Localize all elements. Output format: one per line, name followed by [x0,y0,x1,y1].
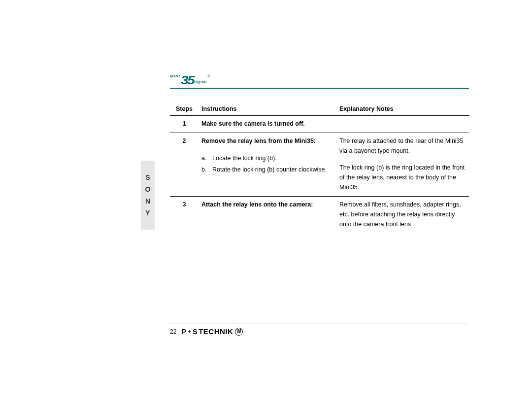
page-content: MINI 35 Digital ® Steps Instructions Exp… [170,74,469,233]
page-footer: 22 P+S TECHNIK W [170,323,469,336]
sidebar-letter: O [145,183,151,195]
sidebar-letter: N [145,195,150,207]
step-instruction: Remove the relay lens from the Mini35: a… [199,133,336,197]
sub-step-a: a. Locate the lock ring (b). [201,153,333,164]
step-notes [336,116,469,133]
sidebar-tab-sony: S O N Y [141,161,155,230]
sidebar-letter: Y [145,207,150,219]
logo-digital: Digital [195,80,207,84]
col-header-steps: Steps [170,103,199,116]
logo-mini: MINI [170,74,180,78]
table-row: 3 Attach the relay lens onto the camera:… [170,197,469,234]
sidebar-letter: S [145,171,150,183]
step-notes: Remove all filters, sunshades, adapter r… [336,197,469,234]
header-rule [170,88,469,89]
logo-35: 35 [181,76,194,85]
step-number: 2 [170,133,199,197]
table-row: 2 Remove the relay lens from the Mini35:… [170,133,469,197]
sub-step-b: b. Rotate the lock ring (b) counter cloc… [201,164,333,175]
instructions-table: Steps Instructions Explanatory Notes 1 M… [170,103,469,233]
step-instruction: Make sure the camera is turned off. [199,116,336,133]
page-number: 22 [170,328,176,335]
step-instruction: Attach the relay lens onto the camera: [199,197,336,234]
col-header-notes: Explanatory Notes [336,103,469,116]
sub-steps: a. Locate the lock ring (b). b. Rotate t… [201,153,333,175]
step-number: 3 [170,197,199,234]
footer-brand: P+S TECHNIK W [181,327,243,336]
col-header-instructions: Instructions [199,103,336,116]
footer-line: 22 P+S TECHNIK W [170,327,469,336]
table-row: 1 Make sure the camera is turned off. [170,116,469,133]
brand-w-icon: W [235,328,243,336]
step-number: 1 [170,116,199,133]
mini35-logo: MINI 35 Digital ® [170,74,469,85]
footer-rule [170,323,469,323]
logo-registered: ® [207,74,210,78]
step-notes: The relay is attached to the rear of the… [336,133,469,197]
